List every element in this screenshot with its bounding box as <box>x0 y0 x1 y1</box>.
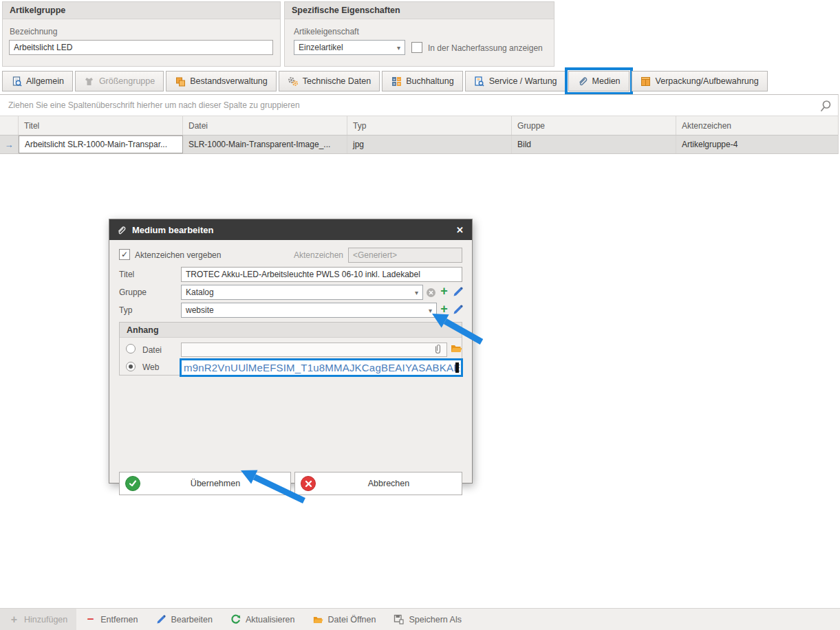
attachment-paperclip-icon <box>432 343 444 355</box>
dialog-titlebar[interactable]: Medium bearbeiten ✕ <box>109 219 472 240</box>
spezifische-eigenschaften-panel: Spezifische Eigenschaften Artikeleigensc… <box>284 1 554 67</box>
toolbar-label: Speichern Als <box>409 615 461 624</box>
tab-label: Allgemein <box>26 76 64 86</box>
tab-label: Buchhaltung <box>406 76 454 86</box>
paperclip-icon <box>116 225 127 235</box>
toolbar-aktualisieren[interactable]: Aktualisieren <box>222 609 304 630</box>
medium-bearbeiten-dialog: Medium bearbeiten ✕ ✓ Aktenzeichen verge… <box>109 219 473 484</box>
button-label: Abbrechen <box>316 479 462 488</box>
artikeleigenschaft-dropdown[interactable]: Einzelartikel ▾ <box>294 40 405 55</box>
tab-medien[interactable]: Medien <box>568 71 629 91</box>
tab-bar: Allgemein Größengruppe Bestandsverwaltun… <box>2 71 768 91</box>
aktenzeichen-vergeben-checkbox[interactable]: ✓ <box>119 249 130 260</box>
titel-input[interactable] <box>181 267 462 282</box>
anhang-groupbox: Anhang Datei Web m9nR2VnUUlMeEFSIM_T1u8M… <box>119 322 462 376</box>
document-search-icon <box>11 76 22 87</box>
column-header-datei[interactable]: Datei <box>183 116 347 135</box>
chevron-down-icon[interactable]: ▾ <box>393 44 405 52</box>
toolbar-datei-oeffnen[interactable]: Datei Öffnen <box>304 609 385 630</box>
toolbar-label: Aktualisieren <box>246 615 295 624</box>
tab-service-wartung[interactable]: Service / Wartung <box>465 71 566 91</box>
save-as-icon <box>394 614 404 624</box>
text-cursor <box>455 362 459 373</box>
column-header-aktenzeichen[interactable]: Aktenzeichen <box>676 116 838 135</box>
bezeichnung-input[interactable] <box>9 40 273 55</box>
cell-titel[interactable]: Arbeitslicht SLR-1000-Main-Transpar... <box>19 135 183 153</box>
gruppe-label: Gruppe <box>119 287 147 297</box>
svg-text:×: × <box>393 81 396 85</box>
abbrechen-button[interactable]: Abbrechen <box>294 472 462 495</box>
nacherfassung-checkbox[interactable] <box>411 42 422 53</box>
toolbar-speichern-als[interactable]: Speichern Als <box>385 609 470 630</box>
toolbar-label: Hinzufügen <box>24 615 67 624</box>
close-icon[interactable]: ✕ <box>455 225 465 235</box>
web-url-field[interactable]: m9nR2VnUUlMeEFSIM_T1u8MMAJKCagBEAIYASABK… <box>180 358 463 377</box>
uebernehmen-button[interactable]: Übernehmen <box>119 472 291 495</box>
tab-verpackung-aufbewahrung[interactable]: Verpackung/Aufbewahrung <box>632 71 768 91</box>
edit-typ-pencil-icon[interactable] <box>452 304 464 316</box>
tab-label: Technische Daten <box>303 76 371 86</box>
button-label: Übernehmen <box>140 479 290 488</box>
gruppe-dropdown[interactable]: Katalog ▾ <box>181 285 423 300</box>
gears-icon <box>288 76 299 87</box>
cell-datei[interactable]: SLR-1000-Main-Transparent-Image_... <box>183 135 347 153</box>
typ-dropdown[interactable]: website ▾ <box>181 303 437 318</box>
aktenzeichen-vergeben-label: Aktenzeichen vergeben <box>135 250 221 260</box>
titel-label: Titel <box>119 270 134 279</box>
plus-icon: + <box>9 614 19 624</box>
search-icon[interactable] <box>819 99 832 113</box>
column-header-typ[interactable]: Typ <box>347 116 512 135</box>
chevron-down-icon[interactable]: ▾ <box>411 289 422 296</box>
toolbar-hinzufuegen[interactable]: + Hinzufügen <box>0 609 76 630</box>
table-row[interactable]: → Arbeitslicht SLR-1000-Main-Transpar...… <box>0 135 838 154</box>
nacherfassung-label: In der Nacherfassung anzeigen <box>428 43 543 53</box>
toolbar-label: Entfernen <box>100 615 138 624</box>
aktenzeichen-field: <Generiert> <box>348 248 462 263</box>
cell-gruppe[interactable]: Bild <box>512 135 676 153</box>
column-header-gruppe[interactable]: Gruppe <box>512 116 676 135</box>
edit-gruppe-pencil-icon[interactable] <box>452 286 464 298</box>
datei-path-field[interactable] <box>181 343 447 357</box>
chevron-down-icon[interactable]: ▾ <box>424 307 436 314</box>
add-typ-icon[interactable]: + <box>438 303 450 315</box>
tab-technische-daten[interactable]: Technische Daten <box>279 71 380 91</box>
bezeichnung-label: Bezeichnung <box>10 27 57 36</box>
datei-label: Datei <box>142 345 162 355</box>
package-icon <box>640 76 651 87</box>
column-header-titel[interactable]: Titel <box>19 116 183 135</box>
x-circle-icon <box>301 476 316 491</box>
toolbar-label: Datei Öffnen <box>328 615 376 624</box>
web-label: Web <box>142 362 159 372</box>
dropdown-value: Katalog <box>186 287 214 297</box>
tab-groessengruppe[interactable]: Größengruppe <box>75 71 164 91</box>
media-grid: Ziehen Sie eine Spaltenüberschrift hierh… <box>0 94 839 154</box>
tab-label: Service / Wartung <box>489 76 557 86</box>
add-gruppe-icon[interactable]: + <box>438 285 450 297</box>
refresh-icon <box>230 614 241 624</box>
tab-buchhaltung[interactable]: +−×= Buchhaltung <box>382 71 463 91</box>
aktenzeichen-label: Aktenzeichen <box>290 250 343 260</box>
current-row-arrow-icon: → <box>0 135 19 153</box>
dropdown-value: website <box>186 305 214 315</box>
toolbar-entfernen[interactable]: − Entfernen <box>76 609 147 630</box>
service-document-icon <box>474 76 485 87</box>
tab-label: Medien <box>592 76 621 86</box>
cell-aktenzeichen[interactable]: Artikelgruppe-4 <box>676 135 838 153</box>
bottom-toolbar: + Hinzufügen − Entfernen Bearbeiten Aktu… <box>0 608 840 630</box>
pencil-icon <box>155 614 166 624</box>
check-circle-icon <box>125 476 140 491</box>
group-by-panel: Ziehen Sie eine Spaltenüberschrift hierh… <box>0 95 838 116</box>
browse-folder-open-icon[interactable] <box>451 343 462 354</box>
tab-bestandsverwaltung[interactable]: Bestandsverwaltung <box>166 71 277 91</box>
toolbar-bearbeiten[interactable]: Bearbeiten <box>147 609 221 630</box>
tab-allgemein[interactable]: Allgemein <box>2 71 73 91</box>
web-radio[interactable] <box>126 362 136 371</box>
datei-radio[interactable] <box>126 344 136 354</box>
svg-text:−: − <box>398 76 400 80</box>
anhang-title: Anhang <box>120 323 462 338</box>
cell-typ[interactable]: jpg <box>347 135 512 153</box>
clear-icon[interactable] <box>425 287 437 298</box>
folder-open-icon <box>313 614 323 624</box>
tab-label: Verpackung/Aufbewahrung <box>656 76 759 86</box>
tab-label: Größengruppe <box>99 76 155 86</box>
